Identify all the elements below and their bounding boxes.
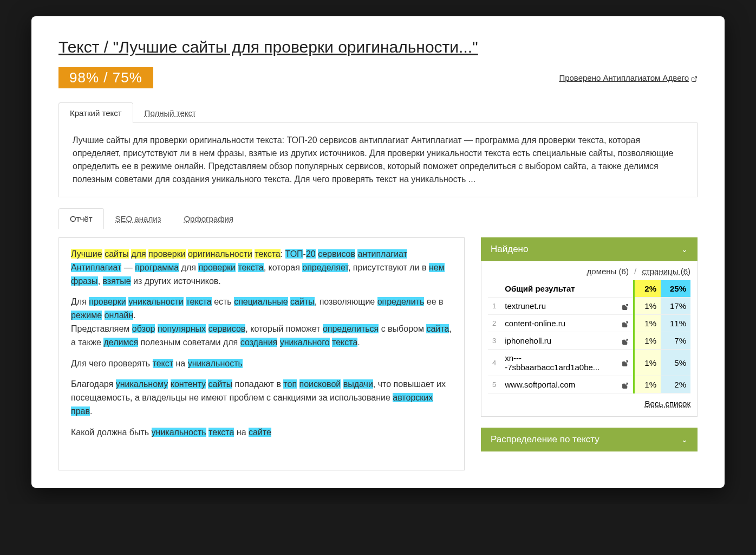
- external-link-icon[interactable]: [617, 332, 634, 350]
- distribution-label: Распределение по тексту: [491, 434, 599, 445]
- total-p2: 25%: [661, 280, 690, 298]
- external-link-icon[interactable]: [617, 298, 634, 315]
- total-label: Общий результат: [500, 280, 617, 298]
- percent-2: 11%: [661, 315, 690, 332]
- domains-filter[interactable]: домены (6): [587, 267, 629, 276]
- percent-2: 17%: [661, 298, 690, 315]
- score-badge: 98% / 75%: [58, 67, 153, 88]
- percent-2: 2%: [661, 376, 690, 393]
- checked-by-label: Проверено Антиплагиатом Адвего: [559, 73, 689, 82]
- header-row: 98% / 75% Проверено Антиплагиатом Адвего: [58, 67, 698, 88]
- domain-name: www.softportal.com: [500, 376, 617, 393]
- external-link-icon[interactable]: [617, 350, 634, 376]
- percent-1: 1%: [634, 315, 661, 332]
- row-index: 4: [488, 350, 500, 376]
- table-row[interactable]: 5www.softportal.com1%2%: [488, 376, 690, 393]
- domain-name: content-online.ru: [500, 315, 617, 332]
- percent-1: 1%: [634, 298, 661, 315]
- distribution-panel-header[interactable]: Распределение по тексту ⌄: [481, 428, 698, 451]
- app-window: Текст / "Лучшие сайты для проверки ориги…: [31, 16, 725, 488]
- percent-1: 1%: [634, 350, 661, 376]
- row-index: 3: [488, 332, 500, 350]
- highlighted-text-panel[interactable]: Лучшие сайты для проверки оригинальности…: [58, 237, 465, 470]
- external-link-icon[interactable]: [617, 376, 634, 393]
- content-row: Лучшие сайты для проверки оригинальности…: [58, 237, 698, 470]
- percent-2: 5%: [661, 350, 690, 376]
- external-link-icon[interactable]: [617, 315, 634, 332]
- domain-name: textrunet.ru: [500, 298, 617, 315]
- table-row[interactable]: 1textrunet.ru1%17%: [488, 298, 690, 315]
- percent-2: 7%: [661, 332, 690, 350]
- domain-name: xn----7sbbaar5acc1ard1a0be...: [500, 350, 617, 376]
- domains-table: Общий результат 2% 25% 1textrunet.ru1%17…: [488, 280, 690, 393]
- table-row[interactable]: 2content-online.ru1%11%: [488, 315, 690, 332]
- row-index: 5: [488, 376, 500, 393]
- checked-by-link[interactable]: Проверено Антиплагиатом Адвего: [559, 73, 698, 82]
- domain-name: iphoneholl.ru: [500, 332, 617, 350]
- page-title: Текст / "Лучшие сайты для проверки ориги…: [58, 38, 698, 56]
- pages-filter[interactable]: страницы (6): [642, 267, 690, 276]
- chevron-down-icon: ⌄: [681, 435, 688, 444]
- percent-1: 1%: [634, 376, 661, 393]
- found-panel-body: домены (6) / страницы (6) Общий результа…: [481, 261, 698, 417]
- report-tabs: Отчёт SEO анализ Орфография: [58, 208, 698, 229]
- table-row-total: Общий результат 2% 25%: [488, 280, 690, 298]
- table-row[interactable]: 4xn----7sbbaar5acc1ard1a0be...1%5%: [488, 350, 690, 376]
- tab-full-text[interactable]: Полный текст: [133, 102, 207, 123]
- row-index: 1: [488, 298, 500, 315]
- chevron-down-icon: ⌄: [681, 245, 688, 254]
- filter-row: домены (6) / страницы (6): [488, 267, 690, 276]
- percent-1: 1%: [634, 332, 661, 350]
- table-row[interactable]: 3iphoneholl.ru1%7%: [488, 332, 690, 350]
- total-p1: 2%: [634, 280, 661, 298]
- text-tabs: Краткий текст Полный текст: [58, 102, 698, 123]
- all-list-link[interactable]: Весь список: [488, 399, 690, 408]
- row-index: 2: [488, 315, 500, 332]
- tab-spell[interactable]: Орфография: [172, 208, 245, 229]
- summary-text: Лучшие сайты для проверки оригинальности…: [58, 123, 698, 197]
- sidebar: Найдено ⌄ домены (6) / страницы (6) Общи…: [481, 237, 698, 470]
- tab-seo[interactable]: SEO анализ: [104, 208, 173, 229]
- external-link-icon: [691, 75, 698, 81]
- found-header-label: Найдено: [491, 244, 528, 255]
- tab-short-text[interactable]: Краткий текст: [58, 102, 133, 123]
- svg-line-0: [694, 76, 697, 80]
- tab-report[interactable]: Отчёт: [58, 208, 104, 229]
- found-panel-header[interactable]: Найдено ⌄: [481, 237, 698, 261]
